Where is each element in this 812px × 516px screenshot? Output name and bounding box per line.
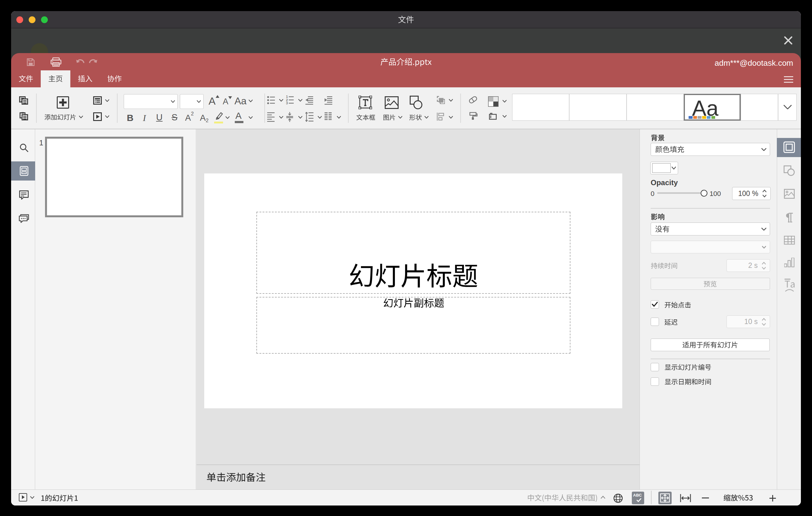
svg-text:3: 3 bbox=[286, 101, 288, 105]
